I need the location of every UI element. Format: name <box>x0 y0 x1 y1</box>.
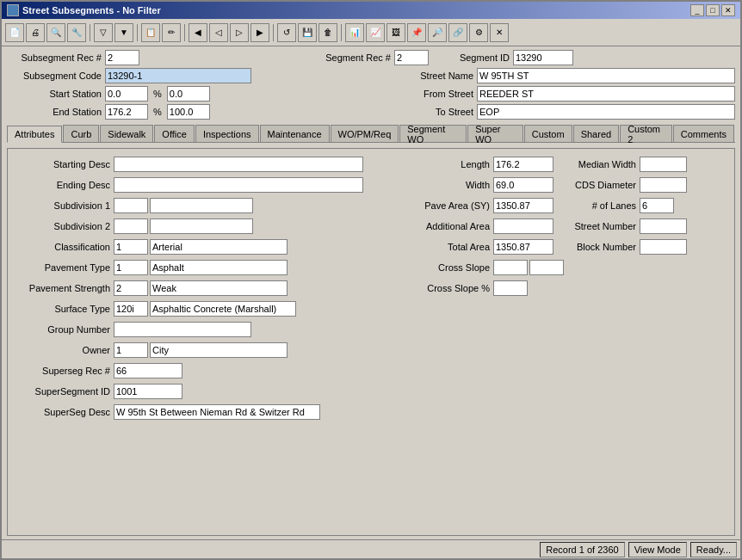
view-mode: View Mode <box>628 542 687 557</box>
subdivision1-num[interactable] <box>114 198 148 213</box>
cross-slope-pct-row: Cross Slope % <box>399 280 727 297</box>
superseg-desc-input[interactable] <box>114 404 320 420</box>
pavement-type-label: Pavement Type <box>15 262 114 273</box>
toolbar-config[interactable]: ⚙ <box>469 23 488 42</box>
tab-wo-pm-req[interactable]: WO/PM/Req <box>331 125 399 142</box>
toolbar-new[interactable]: 📄 <box>5 23 24 42</box>
tab-maintenance[interactable]: Maintenance <box>260 125 330 142</box>
group-number-label: Group Number <box>15 324 114 335</box>
street-name-input[interactable] <box>477 68 735 83</box>
tab-attributes[interactable]: Attributes <box>7 126 62 143</box>
end-station-input2[interactable] <box>167 104 210 120</box>
pavement-type-text[interactable] <box>150 260 288 275</box>
subseg-code-input[interactable] <box>105 68 251 83</box>
cross-slope-input1[interactable] <box>493 260 528 275</box>
toolbar-print[interactable]: 🖨 <box>26 23 45 42</box>
surface-type-num[interactable] <box>114 301 148 317</box>
tab-comments[interactable]: Comments <box>673 125 734 142</box>
total-area-input[interactable] <box>493 239 553 255</box>
toolbar-link[interactable]: 🔗 <box>448 23 467 42</box>
classification-num[interactable] <box>114 239 148 255</box>
toolbar-zoom[interactable]: 🔎 <box>428 23 447 42</box>
segment-rec-input[interactable] <box>394 50 429 65</box>
tab-inspections[interactable]: Inspections <box>195 125 259 142</box>
tab-custom[interactable]: Custom <box>524 125 572 142</box>
starting-desc-input[interactable] <box>114 157 363 172</box>
toolbar-back[interactable]: ◀ <box>189 23 207 42</box>
tab-sidewalk[interactable]: Sidewalk <box>100 125 153 142</box>
cross-slope-input2[interactable] <box>529 260 564 275</box>
toolbar-refresh[interactable]: ↺ <box>277 23 296 42</box>
block-number-input[interactable] <box>640 239 687 255</box>
start-station-input1[interactable] <box>105 86 148 102</box>
to-street-label: To Street <box>387 107 473 117</box>
superseg-rec-input[interactable] <box>114 363 182 378</box>
width-input[interactable] <box>493 177 553 193</box>
num-lanes-label: # of Lanes <box>553 200 640 211</box>
toolbar-list[interactable]: 📋 <box>141 23 160 42</box>
owner-num[interactable] <box>114 342 148 358</box>
end-station-input1[interactable] <box>105 104 148 120</box>
ending-desc-input[interactable] <box>114 177 363 193</box>
pavement-strength-text[interactable] <box>150 280 288 296</box>
pave-area-input[interactable] <box>493 198 553 213</box>
tab-curb[interactable]: Curb <box>63 125 99 142</box>
from-street-input[interactable] <box>477 86 735 102</box>
length-label: Length <box>399 159 493 169</box>
surface-type-text[interactable] <box>150 301 296 317</box>
to-street-input[interactable] <box>477 104 735 120</box>
length-input[interactable] <box>493 157 553 172</box>
header-row1: Subsegment Rec # Segment Rec # Segment I… <box>7 50 735 65</box>
toolbar-next[interactable]: ▷ <box>230 23 249 42</box>
subdivision1-text[interactable] <box>150 198 253 213</box>
subseg-rec-input[interactable] <box>105 50 139 65</box>
segment-id-input[interactable] <box>513 50 573 65</box>
header-row4: End Station % To Street <box>7 104 735 120</box>
subdivision2-text[interactable] <box>150 218 253 234</box>
num-lanes-input[interactable] <box>640 198 674 213</box>
subseg-code-label: Subsegment Code <box>7 71 102 81</box>
median-width-input[interactable] <box>640 157 687 172</box>
pavement-type-num[interactable] <box>114 260 148 275</box>
toolbar-delete[interactable]: 🗑 <box>318 23 337 42</box>
toolbar-prev[interactable]: ◁ <box>209 23 228 42</box>
cross-slope-pct-label: Cross Slope % <box>399 283 493 293</box>
start-station-input2[interactable] <box>167 86 210 102</box>
toolbar-tools[interactable]: 🔧 <box>67 23 86 42</box>
street-number-input[interactable] <box>640 218 687 234</box>
maximize-button[interactable]: □ <box>706 4 720 16</box>
cds-diameter-input[interactable] <box>640 177 687 193</box>
tab-segment-wo[interactable]: Segment WO <box>399 125 467 142</box>
tab-office[interactable]: Office <box>154 125 195 142</box>
tab-super-wo[interactable]: Super WO <box>467 125 523 142</box>
toolbar-filter2[interactable]: ▼ <box>114 23 133 42</box>
close-button[interactable]: ✕ <box>721 4 735 16</box>
classification-label: Classification <box>15 242 114 252</box>
classification-text[interactable] <box>150 239 288 255</box>
subdivision2-row: Subdivision 2 <box>15 218 385 235</box>
toolbar-img[interactable]: 🖼 <box>386 23 405 42</box>
tab-custom2[interactable]: Custom 2 <box>620 125 672 142</box>
toolbar-forward[interactable]: ▶ <box>250 23 269 42</box>
additional-area-input[interactable] <box>493 218 553 234</box>
toolbar-save[interactable]: 💾 <box>298 23 317 42</box>
tab-shared[interactable]: Shared <box>573 125 619 142</box>
supersegment-id-input[interactable] <box>114 384 182 399</box>
ready-status: Ready... <box>690 542 737 557</box>
toolbar-pin[interactable]: 📌 <box>407 23 426 42</box>
toolbar-chart2[interactable]: 📈 <box>366 23 385 42</box>
toolbar-close[interactable]: ✕ <box>490 23 509 42</box>
toolbar-search[interactable]: 🔍 <box>46 23 65 42</box>
toolbar-chart1[interactable]: 📊 <box>345 23 364 42</box>
group-number-input[interactable] <box>114 322 251 337</box>
pavement-strength-row: Pavement Strength <box>15 280 385 297</box>
subdivision2-num[interactable] <box>114 218 148 234</box>
toolbar-filter[interactable]: ▽ <box>94 23 113 42</box>
pavement-strength-num[interactable] <box>114 280 148 296</box>
cross-slope-pct-input[interactable] <box>493 280 528 296</box>
minimize-button[interactable]: _ <box>690 4 704 16</box>
toolbar-edit[interactable]: ✏ <box>162 23 181 42</box>
superseg-desc-label: SuperSeg Desc <box>15 407 114 417</box>
owner-text[interactable] <box>150 342 288 358</box>
surface-type-row: Surface Type <box>15 300 385 317</box>
